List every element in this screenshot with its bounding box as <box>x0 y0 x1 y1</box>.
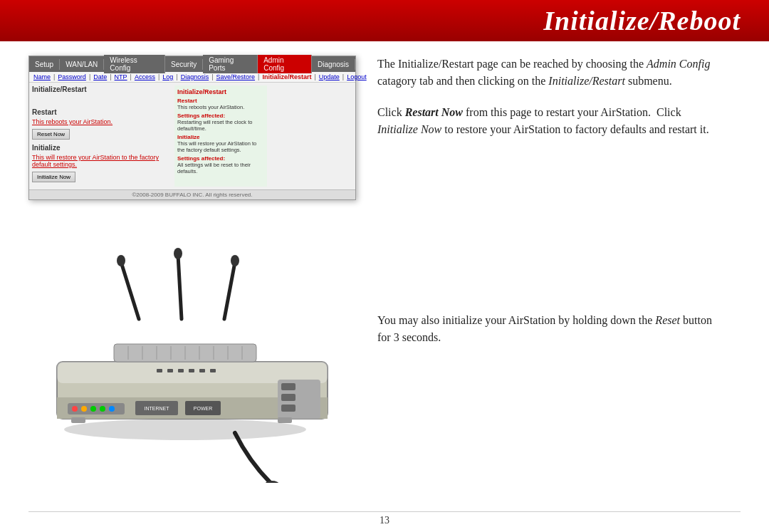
right-col-restart: Restart This reboots your AirStation. <box>177 98 264 110</box>
sub-nav-log[interactable]: Log <box>162 73 173 80</box>
svg-line-2 <box>178 255 182 319</box>
initialize-section-title: Initialize <box>32 144 170 152</box>
svg-rect-26 <box>189 369 194 372</box>
screenshot-mockup: Setup WAN/LAN Wireless Config Security G… <box>28 56 356 200</box>
page-number: 13 <box>380 515 389 526</box>
nav-bar: Setup WAN/LAN Wireless Config Security G… <box>29 56 355 72</box>
svg-point-3 <box>174 248 182 259</box>
svg-rect-28 <box>210 369 216 372</box>
content-area: Setup WAN/LAN Wireless Config Security G… <box>0 41 769 532</box>
sub-nav: Name | Password | Date | NTP | Access | … <box>29 72 355 83</box>
right-panel: The Initialize/Restart page can be reach… <box>377 56 741 152</box>
sub-nav-access[interactable]: Access <box>135 73 155 80</box>
left-panel: Setup WAN/LAN Wireless Config Security G… <box>28 56 370 200</box>
right-col-settings1: Settings affected: Restarting will reset… <box>177 113 264 132</box>
svg-point-13 <box>100 406 105 412</box>
header-bar: Initialize/Reboot <box>0 0 769 41</box>
sub-nav-update[interactable]: Update <box>319 73 340 80</box>
page-title: Initialize/Reboot <box>543 5 741 36</box>
sub-nav-password[interactable]: Password <box>58 73 86 80</box>
svg-point-14 <box>109 406 115 412</box>
svg-rect-25 <box>178 369 184 372</box>
nav-tab-setup[interactable]: Setup <box>29 59 60 70</box>
screenshot-footer: ©2008-2009 BUFFALO INC. All rights reser… <box>29 189 355 199</box>
right-col-heading: Initialize/Restart <box>177 88 264 95</box>
nav-tab-gaming[interactable]: Gaming Ports <box>203 55 258 73</box>
bottom-divider <box>28 511 741 512</box>
svg-point-42 <box>64 419 306 440</box>
svg-point-12 <box>90 406 96 412</box>
svg-rect-24 <box>167 369 173 372</box>
screenshot-page-heading: Initialize/Restart <box>32 85 170 93</box>
description-paragraph-1: The Initialize/Restart page can be reach… <box>377 56 719 90</box>
svg-rect-23 <box>157 369 162 372</box>
description-paragraph-3: You may also initialize your AirStation … <box>377 312 719 346</box>
description-paragraph-2: Click Restart Now from this page to rest… <box>377 104 719 138</box>
restart-section-title: Restart <box>32 108 170 116</box>
sub-nav-name[interactable]: Name <box>33 73 51 80</box>
nav-tab-diagnosis[interactable]: Diagnosis <box>312 59 355 70</box>
svg-rect-20 <box>281 383 295 390</box>
svg-text:POWER: POWER <box>194 406 212 411</box>
nav-tab-wan[interactable]: WAN/LAN <box>60 59 104 70</box>
svg-rect-27 <box>199 369 205 372</box>
sub-nav-save[interactable]: Save/Restore <box>216 73 256 80</box>
sub-nav-logout[interactable]: Logout <box>347 73 367 80</box>
nav-tab-wireless[interactable]: Wireless Config <box>104 55 165 73</box>
svg-rect-22 <box>281 405 295 412</box>
svg-text:INTERNET: INTERNET <box>145 406 170 411</box>
second-paragraph-area: You may also initialize your AirStation … <box>377 312 741 346</box>
screenshot-left-col: Initialize/Restart Restart This reboots … <box>32 85 174 187</box>
nav-tab-admin[interactable]: Admin Config <box>258 55 312 73</box>
svg-rect-31 <box>278 417 292 423</box>
initialize-now-button[interactable]: Initialize Now <box>32 172 75 182</box>
svg-line-0 <box>121 262 139 319</box>
screenshot-right-col: Initialize/Restart Restart This reboots … <box>174 85 267 187</box>
router-image-area: INTERNET POWER <box>28 241 370 483</box>
svg-point-10 <box>72 406 78 412</box>
nav-tab-security[interactable]: Security <box>165 59 203 70</box>
sub-nav-diag[interactable]: Diagnosis <box>181 73 209 80</box>
sub-nav-ntp[interactable]: NTP <box>115 73 127 80</box>
restart-link: This reboots your AirStation. <box>32 118 170 125</box>
reset-now-button[interactable]: Reset Now <box>32 129 70 140</box>
svg-line-4 <box>224 262 235 319</box>
svg-point-5 <box>231 255 239 266</box>
initialize-link: This will restore your AirStation to the… <box>32 154 170 168</box>
svg-rect-30 <box>71 417 85 423</box>
sub-nav-init[interactable]: Initialize/Restart <box>262 73 311 80</box>
sub-nav-date[interactable]: Date <box>93 73 107 80</box>
svg-point-11 <box>81 406 87 412</box>
page-content: Initialize/Restart Restart This reboots … <box>29 83 355 189</box>
right-col-initialize: Initialize This will restore your AirSta… <box>177 134 264 153</box>
svg-point-1 <box>117 255 125 266</box>
svg-rect-21 <box>281 394 295 401</box>
router-svg: INTERNET POWER <box>28 241 370 483</box>
right-col-settings2: Settings affected: All settings will be … <box>177 155 264 174</box>
